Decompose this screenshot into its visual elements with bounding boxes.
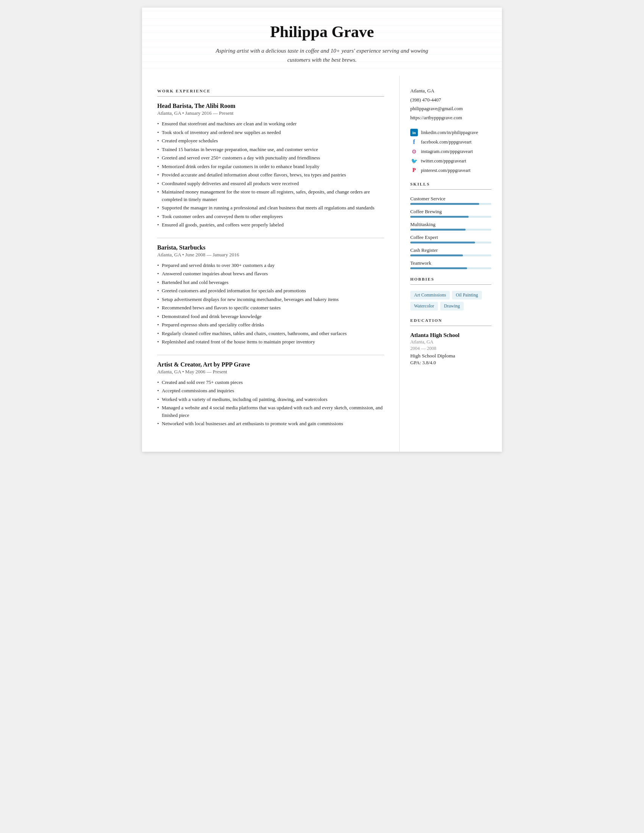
list-item: Greeted customers and provided informati… [157, 287, 384, 294]
job-title: Head Barista, The Alibi Room [157, 103, 384, 109]
list-item: Provided accurate and detailed informati… [157, 171, 384, 179]
hobby-tag: Art Commissions [410, 291, 450, 299]
job-divider [157, 355, 384, 355]
list-item: Prepared and served drinks to over 300+ … [157, 262, 384, 269]
list-item: Ensured all goods, pastries, and coffees… [157, 221, 384, 229]
job-bullets: Prepared and served drinks to over 300+ … [157, 262, 384, 346]
edu-gpa: GPA: 3.8/4.0 [410, 360, 491, 366]
list-item: Supported the manager in running a profe… [157, 204, 384, 212]
sidebar-column: Atlanta, GA (398) 470-4407 philippagrave… [400, 76, 502, 452]
hobbies-section: HOBBIES Art CommissionsOil PaintingWater… [410, 277, 491, 310]
skills-container: Customer ServiceCoffee BrewingMultitaski… [410, 196, 491, 269]
job-meta: Atlanta, GA • January 2016 — Present [157, 110, 384, 116]
edu-dates: 2004 — 2008 [410, 346, 491, 351]
list-item: Prepared espresso shots and speciality c… [157, 321, 384, 329]
list-item: Recommended brews and flavors to specifi… [157, 304, 384, 312]
skill-item: Customer Service [410, 196, 491, 205]
facebook-item: f facebook.com/pppgraveart [410, 138, 491, 146]
instagram-handle: instagram.com/pppgraveart [421, 149, 473, 154]
work-experience-label: WORK EXPERIENCE [157, 88, 384, 93]
hobby-tag: Drawing [440, 302, 464, 310]
linkedin-item: in linkedin.com/in/philippagrave [410, 129, 491, 136]
skill-bar-fill [410, 203, 479, 205]
skill-item: Coffee Brewing [410, 209, 491, 218]
main-column: WORK EXPERIENCE Head Barista, The Alibi … [142, 76, 400, 452]
skills-section: SKILLS Customer ServiceCoffee BrewingMul… [410, 182, 491, 269]
list-item: Answered customer inquiries about brews … [157, 270, 384, 278]
job-title: Artist & Creator, Art by PPP Grave [157, 361, 384, 368]
skill-bar-fill [410, 216, 469, 218]
edu-school: Atlanta High School [410, 332, 491, 338]
list-item: Worked with a variety of mediums, includ… [157, 396, 384, 403]
list-item: Accepted commissions and inquiries [157, 387, 384, 394]
skill-name: Customer Service [410, 196, 491, 202]
pinterest-icon: P [410, 167, 418, 174]
job-meta: Atlanta, GA • May 2006 — Present [157, 369, 384, 375]
skill-bar-bg [410, 229, 491, 231]
list-item: Setup advertisement displays for new inc… [157, 296, 384, 303]
linkedin-handle: linkedin.com/in/philippagrave [421, 130, 478, 135]
list-item: Ensured that storefront and machines are… [157, 120, 384, 128]
list-item: Maintained money management for the stor… [157, 188, 384, 203]
skills-divider [410, 189, 491, 190]
contact-website: https://artbypppgrave.com [410, 114, 491, 122]
list-item: Regularly cleaned coffee machines, table… [157, 330, 384, 338]
skill-bar-bg [410, 241, 491, 243]
job-title: Barista, Starbucks [157, 244, 384, 251]
list-item: Demonstrated food and drink beverage kno… [157, 313, 384, 320]
hobbies-label: HOBBIES [410, 277, 491, 281]
body-section: WORK EXPERIENCE Head Barista, The Alibi … [142, 76, 502, 452]
skill-name: Coffee Expert [410, 234, 491, 240]
list-item: Managed a website and 4 social media pla… [157, 404, 384, 419]
education-label: EDUCATION [410, 318, 491, 323]
job-block: Barista, StarbucksAtlanta, GA • June 200… [157, 244, 384, 355]
facebook-icon: f [410, 138, 418, 146]
list-item: Created employee schedules [157, 137, 384, 145]
job-meta: Atlanta, GA • June 2008 — January 2016 [157, 252, 384, 258]
pinterest-handle: pinterest.com/pppgraveart [421, 168, 470, 174]
list-item: Trained 15 baristas in beverage preparat… [157, 146, 384, 153]
skill-item: Multitasking [410, 222, 491, 231]
job-divider [157, 238, 384, 238]
jobs-container: Head Barista, The Alibi RoomAtlanta, GA … [157, 103, 384, 428]
education-divider [410, 326, 491, 326]
skill-name: Teamwork [410, 260, 491, 266]
contact-email: philippagrave@gmail.com [410, 105, 491, 113]
candidate-subtitle: Aspiring artist with a delicious taste i… [212, 46, 432, 64]
education-section: EDUCATION Atlanta High SchoolAtlanta, GA… [410, 318, 491, 366]
job-block: Head Barista, The Alibi RoomAtlanta, GA … [157, 103, 384, 238]
header-section: Philippa Grave Aspiring artist with a de… [142, 8, 502, 76]
social-section: in linkedin.com/in/philippagrave f faceb… [410, 129, 491, 174]
instagram-item: ⊙ instagram.com/pppgraveart [410, 148, 491, 155]
skill-item: Coffee Expert [410, 234, 491, 243]
list-item: Took stock of inventory and ordered new … [157, 129, 384, 136]
twitter-item: 🐦 twitter.com/pppgraveart [410, 157, 491, 165]
candidate-name: Philippa Grave [165, 23, 479, 41]
resume-page: Philippa Grave Aspiring artist with a de… [142, 8, 502, 452]
skill-name: Cash Register [410, 247, 491, 253]
pinterest-item: P pinterest.com/pppgraveart [410, 167, 491, 174]
list-item: Created and sold over 75+ custom pieces [157, 379, 384, 386]
hobbies-container: Art CommissionsOil PaintingWatercolorDra… [410, 291, 491, 310]
skill-item: Cash Register [410, 247, 491, 256]
instagram-icon: ⊙ [410, 148, 418, 155]
twitter-icon: 🐦 [410, 157, 418, 165]
hobbies-divider [410, 285, 491, 285]
job-block: Artist & Creator, Art by PPP GraveAtlant… [157, 361, 384, 428]
contact-city: Atlanta, GA [410, 87, 491, 95]
edu-location: Atlanta, GA [410, 339, 491, 345]
job-bullets: Ensured that storefront and machines are… [157, 120, 384, 229]
hobby-tag: Oil Painting [452, 291, 481, 299]
list-item: Took customer orders and conveyed them t… [157, 213, 384, 220]
skill-bar-bg [410, 203, 491, 205]
linkedin-icon: in [410, 129, 418, 136]
skill-name: Coffee Brewing [410, 209, 491, 215]
skill-name: Multitasking [410, 222, 491, 228]
hobby-tag: Watercolor [410, 302, 438, 310]
education-block: Atlanta High SchoolAtlanta, GA2004 — 200… [410, 332, 491, 366]
education-container: Atlanta High SchoolAtlanta, GA2004 — 200… [410, 332, 491, 366]
skill-item: Teamwork [410, 260, 491, 269]
skill-bar-bg [410, 267, 491, 269]
list-item: Greeted and served over 250+ customers a… [157, 154, 384, 162]
twitter-handle: twitter.com/pppgraveart [421, 158, 466, 164]
